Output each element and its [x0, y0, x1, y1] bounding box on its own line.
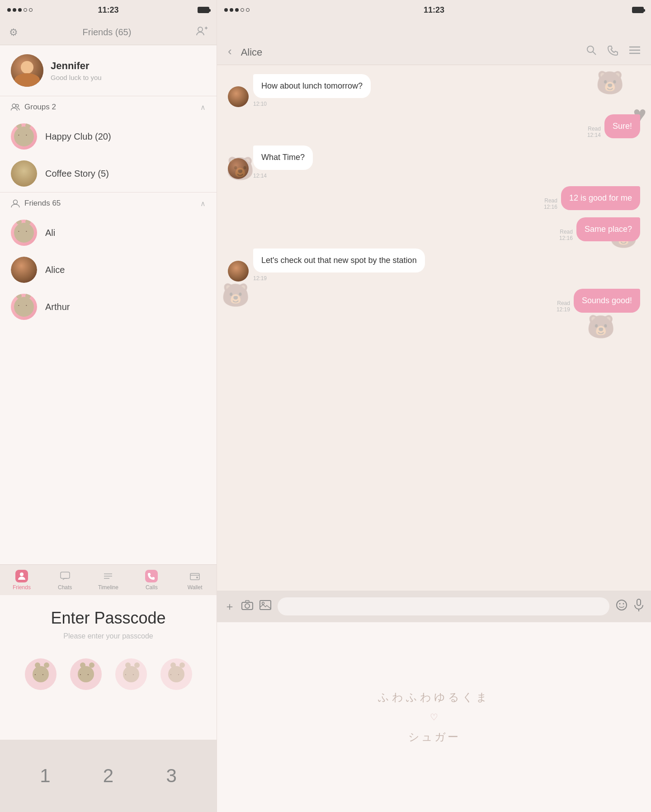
plus-icon[interactable]: ＋	[224, 599, 235, 614]
list-item[interactable]: Coffee Story (5)	[0, 155, 217, 192]
passcode-dots	[25, 658, 192, 690]
coffee-story-avatar	[11, 160, 37, 187]
bubble-group: Read 12:19 Sounds good!	[557, 289, 640, 313]
bg-sticker-6: 🐻	[587, 314, 615, 340]
search-icon[interactable]	[586, 45, 597, 58]
arthur-name: Arthur	[45, 302, 70, 312]
right-time: 11:23	[424, 5, 444, 15]
back-button[interactable]: ‹	[228, 44, 232, 58]
timeline-tab-label: Timeline	[98, 584, 118, 591]
svg-point-25	[623, 603, 624, 605]
tab-bar: Friends Chats Timeline	[0, 564, 217, 595]
svg-point-19	[245, 604, 250, 608]
friends-title: Friends (65)	[83, 27, 132, 38]
passcode-bear-2	[78, 666, 94, 682]
bottom-section: ふわふわゆるくま ♡ シュガー	[217, 622, 651, 812]
happy-club-avatar	[11, 123, 37, 150]
avatar-image	[11, 54, 43, 87]
numpad: 1 2 3	[0, 740, 217, 812]
read-status: Read	[588, 126, 601, 132]
groups-chevron[interactable]: ∧	[200, 103, 206, 112]
friends-tab-icon	[15, 570, 28, 582]
message-text: Sure!	[613, 122, 632, 131]
settings-icon[interactable]: ⚙	[9, 27, 18, 38]
list-item[interactable]: Happy Club (20)	[0, 118, 217, 155]
message-time: 12:14	[253, 173, 313, 179]
message-row: Read 12:16 12 is good for me	[228, 186, 640, 210]
emoji-icon[interactable]	[616, 599, 627, 614]
message-text: Sounds good!	[582, 296, 632, 305]
passcode-title: Enter Passcode	[51, 609, 165, 628]
svg-point-22	[262, 602, 264, 605]
friends-header: ⚙ Friends (65)	[0, 20, 217, 45]
r-dot5	[246, 8, 250, 12]
dot4	[24, 8, 27, 12]
msg-avatar	[228, 261, 249, 282]
message-time: 12:14	[587, 132, 601, 138]
friends-chevron[interactable]: ∧	[200, 199, 206, 208]
tab-calls[interactable]: Calls	[130, 570, 173, 591]
chats-tab-label: Chats	[58, 584, 72, 591]
left-status-bar: 11:23	[0, 0, 217, 20]
camera-icon[interactable]	[241, 600, 253, 613]
message-bubble: Same place?	[576, 217, 640, 241]
passcode-bear-3	[123, 666, 139, 682]
bubble-group: Read 12:16 12 is good for me	[544, 186, 640, 210]
right-status-bar: 11:23	[217, 0, 651, 20]
message-row: What Time? 12:14	[228, 146, 640, 178]
bear-sticker-ali	[14, 223, 34, 243]
menu-icon[interactable]	[629, 46, 640, 57]
profile-section[interactable]: Jennifer Good luck to you	[0, 45, 217, 96]
message-text: Let's check out that new spot by the sta…	[261, 256, 417, 265]
jp-text-2: シュガー	[408, 730, 460, 744]
passcode-dot-4	[160, 658, 192, 690]
message-row: Read 12:14 Sure!	[228, 114, 640, 138]
friends-section-header[interactable]: Friends 65 ∧	[0, 192, 217, 214]
passcode-section: Enter Passcode Please enter your passcod…	[0, 595, 217, 812]
tab-timeline[interactable]: Timeline	[87, 570, 130, 591]
list-item[interactable]: Ali	[0, 214, 217, 251]
num-3[interactable]: 3	[140, 765, 203, 787]
image-icon[interactable]	[259, 600, 271, 613]
chats-tab-icon	[59, 570, 71, 582]
chat-name: Alice	[241, 47, 577, 58]
svg-rect-7	[61, 572, 70, 578]
svg-point-5	[14, 200, 18, 204]
tab-wallet[interactable]: Wallet	[173, 570, 217, 591]
message-bubble: How about lunch tomorrow?	[253, 74, 371, 98]
ali-name: Ali	[45, 228, 55, 238]
message-bubble: What Time?	[253, 146, 313, 169]
profile-status: Good luck to you	[51, 74, 102, 81]
list-item[interactable]: Alice	[0, 251, 217, 288]
svg-point-13	[587, 46, 594, 52]
add-friend-icon[interactable]	[196, 25, 208, 40]
microphone-icon[interactable]	[634, 599, 644, 614]
message-time: 12:16	[544, 204, 557, 210]
bear-sticker-1	[14, 127, 34, 146]
tab-friends[interactable]: Friends	[0, 570, 43, 591]
left-battery	[198, 7, 209, 13]
tab-chats[interactable]: Chats	[43, 570, 87, 591]
chat-actions	[586, 45, 640, 58]
avatar-inner	[228, 158, 249, 179]
svg-rect-21	[260, 601, 271, 610]
num-2[interactable]: 2	[77, 765, 140, 787]
groups-section-header[interactable]: Groups 2 ∧	[0, 96, 217, 118]
svg-point-3	[12, 104, 16, 108]
arthur-avatar	[11, 294, 37, 320]
list-item[interactable]: Arthur	[0, 288, 217, 325]
message-input[interactable]	[278, 597, 609, 615]
message-row: Let's check out that new spot by the sta…	[228, 249, 640, 282]
dot2	[13, 8, 16, 12]
num-1[interactable]: 1	[14, 765, 77, 787]
message-row: Read 12:16 Same place?	[228, 217, 640, 241]
message-row: Read 12:19 Sounds good!	[228, 289, 640, 313]
signal-dots	[7, 8, 33, 12]
message-time: 12:19	[557, 306, 570, 313]
svg-line-14	[593, 52, 596, 55]
timeline-tab-icon	[102, 570, 114, 582]
messages-area: 🐻 ♥ 🐻 🐻 🐻 🐻 How about lunch tomorrow? 12…	[217, 65, 651, 591]
phone-icon[interactable]	[608, 45, 618, 58]
happy-club-name: Happy Club (20)	[45, 131, 111, 142]
right-signal-dots	[224, 8, 250, 12]
